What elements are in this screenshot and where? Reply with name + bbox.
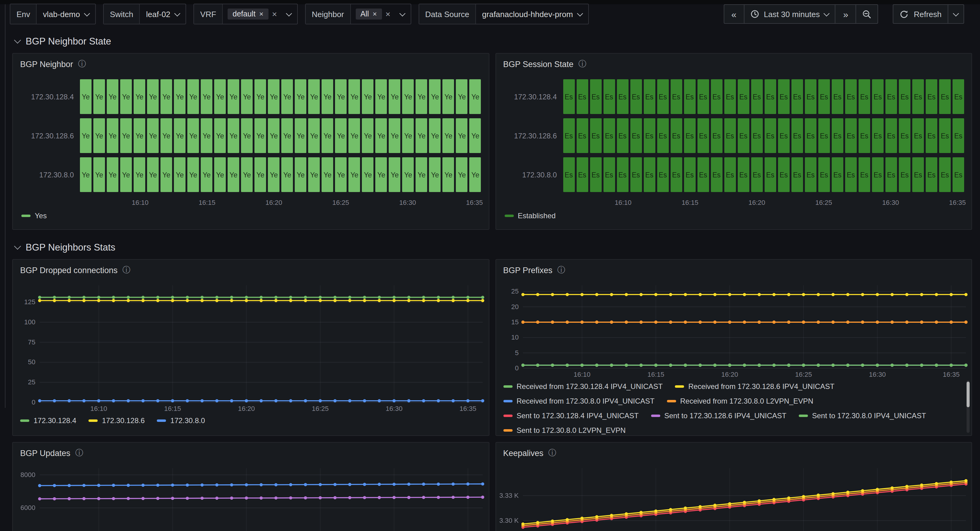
legend-item[interactable]: Received from 172.30.128.4 IPV4_UNICAST	[503, 380, 663, 393]
neighbor-pill-label: All	[360, 10, 369, 18]
remove-value-icon[interactable]: ×	[372, 10, 377, 18]
section-title: BGP Neighbor State	[25, 36, 111, 47]
state-cell: Es	[737, 157, 749, 192]
panel-bgp-dropped-connections: BGP Dropped connections ⓘ 16:1016:1516:2…	[12, 259, 489, 436]
legend-item[interactable]: Yes	[21, 210, 47, 222]
state-cell: Ye	[161, 157, 172, 192]
state-cell: Es	[791, 79, 803, 114]
state-cell: Ye	[174, 118, 186, 153]
clock-icon	[750, 10, 759, 18]
legend-item[interactable]: Sent to 172.30.8.0 L2VPN_EVPN	[503, 424, 626, 435]
legend-item[interactable]: Sent to 172.30.128.6 IPV4_UNICAST	[651, 410, 786, 422]
legend-scrollbar-thumb[interactable]	[967, 382, 970, 407]
section-bgp-neighbor-state[interactable]: BGP Neighbor State	[14, 32, 980, 51]
state-cell: Ye	[443, 79, 454, 114]
state-cell: Es	[670, 79, 682, 114]
state-cell: Es	[764, 79, 776, 114]
state-cell: Ye	[93, 79, 105, 114]
panel-title[interactable]: BGP Prefixes	[503, 265, 552, 275]
svg-text:16:30: 16:30	[869, 371, 885, 378]
timeline-cells: YeYeYeYeYeYeYeYeYeYeYeYeYeYeYeYeYeYeYeYe…	[80, 118, 481, 153]
state-cell: Es	[872, 157, 884, 192]
line-chart-body: 16:1016:1516:2016:2516:3016:350200040006…	[13, 463, 488, 531]
legend-item[interactable]: Received from 172.30.8.0 L2VPN_EVPN	[667, 395, 813, 407]
time-shift-back-button[interactable]: «	[724, 4, 744, 24]
chart-legend: Received from 172.30.128.4 IPV4_UNICASTR…	[496, 379, 972, 435]
state-cell: Es	[590, 118, 601, 153]
state-cell: Ye	[349, 118, 360, 153]
legend-item[interactable]: 172.30.128.6	[89, 415, 145, 427]
state-cell: Ye	[255, 118, 266, 153]
legend-color-dash	[89, 419, 98, 422]
state-cell: Es	[953, 79, 964, 114]
time-range-picker[interactable]: Last 30 minutes	[744, 4, 836, 24]
svg-text:8000: 8000	[21, 471, 35, 479]
state-cell: Ye	[161, 118, 172, 153]
svg-text:16:25: 16:25	[795, 371, 811, 378]
state-cell: Ye	[228, 79, 239, 114]
legend-item[interactable]: Established	[504, 210, 555, 222]
legend-item[interactable]: Sent to 172.30.8.0 IPV4_UNICAST	[799, 410, 926, 422]
state-cell: Es	[697, 79, 709, 114]
legend-item[interactable]: Received from 172.30.128.6 IPV4_UNICAST	[675, 380, 834, 393]
panel-bgp-session-state: BGP Session State ⓘ 172.30.128.4EsEsEsEs…	[495, 53, 972, 230]
remove-value-icon[interactable]: ×	[259, 10, 263, 18]
var-env-value[interactable]: vlab-demo	[37, 10, 95, 19]
panel-header: BGP Updates ⓘ	[13, 442, 488, 463]
panel-bgp-prefixes: BGP Prefixes ⓘ 16:1016:1516:2016:2516:30…	[495, 259, 972, 436]
neighbor-selected-pill[interactable]: All ×	[355, 8, 382, 19]
state-cell: Ye	[147, 118, 159, 153]
state-cell: Ye	[362, 79, 374, 114]
legend-label: Sent to 172.30.128.6 IPV4_UNICAST	[664, 412, 786, 420]
var-switch-value[interactable]: leaf-02	[140, 10, 186, 19]
legend-item[interactable]: Sent to 172.30.128.4 IPV4_UNICAST	[503, 410, 639, 422]
state-cell: Es	[805, 118, 816, 153]
info-icon[interactable]: ⓘ	[123, 265, 130, 276]
legend-item[interactable]: Received from 172.30.8.0 IPV4_UNICAST	[503, 395, 654, 407]
timeline-cells: EsEsEsEsEsEsEsEsEsEsEsEsEsEsEsEsEsEsEsEs…	[563, 79, 964, 114]
zoom-out-button[interactable]	[856, 4, 878, 24]
info-icon[interactable]: ⓘ	[78, 59, 86, 70]
clear-all-icon[interactable]: ×	[382, 9, 394, 19]
var-vrf-open[interactable]	[281, 12, 297, 16]
section-bgp-neighbors-stats[interactable]: BGP Neighbors Stats	[14, 238, 980, 257]
svg-text:125: 125	[24, 298, 35, 306]
state-cell: Es	[603, 79, 615, 114]
svg-text:75: 75	[28, 338, 35, 346]
vrf-selected-pill[interactable]: default ×	[228, 8, 268, 19]
state-cell: Es	[724, 157, 736, 192]
state-cell: Ye	[416, 118, 428, 153]
legend-item[interactable]: 172.30.128.4	[20, 415, 76, 427]
state-cell: Ye	[214, 79, 226, 114]
panel-title[interactable]: BGP Neighbor	[20, 59, 73, 68]
var-neighbor-open[interactable]	[394, 12, 410, 16]
panel-title[interactable]: Keepalives	[503, 449, 543, 458]
state-cell: Ye	[429, 118, 441, 153]
refresh-button[interactable]: Refresh	[893, 4, 948, 24]
panel-header: BGP Prefixes ⓘ	[496, 260, 972, 281]
timeline-cells: YeYeYeYeYeYeYeYeYeYeYeYeYeYeYeYeYeYeYeYe…	[80, 157, 481, 192]
state-cell: Ye	[134, 157, 145, 192]
state-cell: Es	[563, 79, 574, 114]
legend-item[interactable]: 172.30.8.0	[157, 415, 205, 427]
svg-text:10: 10	[511, 333, 519, 341]
refresh-interval-dropdown[interactable]	[948, 4, 964, 24]
state-cell: Ye	[241, 118, 253, 153]
time-shift-forward-button[interactable]: »	[836, 4, 856, 24]
clear-all-icon[interactable]: ×	[268, 9, 280, 19]
state-cell: Es	[684, 157, 695, 192]
datasource-value[interactable]: grafanacloud-hhdev-prom	[476, 10, 588, 19]
state-cell: Es	[778, 79, 790, 114]
panel-title[interactable]: BGP Updates	[20, 449, 70, 458]
info-icon[interactable]: ⓘ	[579, 59, 586, 70]
info-icon[interactable]: ⓘ	[548, 447, 556, 458]
panel-title[interactable]: BGP Session State	[503, 59, 574, 68]
info-icon[interactable]: ⓘ	[557, 265, 565, 276]
state-cell: Ye	[268, 118, 280, 153]
panel-title[interactable]: BGP Dropped connections	[20, 265, 118, 275]
state-cell: Ye	[349, 79, 360, 114]
state-cell: Ye	[107, 118, 118, 153]
state-cell: Ye	[322, 118, 334, 153]
svg-text:3.30 K: 3.30 K	[499, 517, 519, 524]
info-icon[interactable]: ⓘ	[75, 447, 83, 458]
